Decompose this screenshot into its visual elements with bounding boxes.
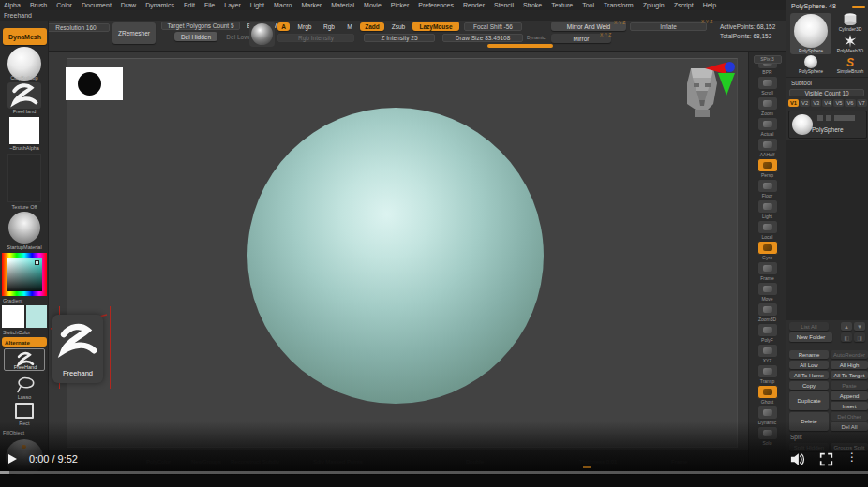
- brush-alpha-icon[interactable]: [9, 117, 39, 144]
- bottom-dim-label[interactable]: Thickness 0.01: [579, 459, 617, 465]
- rect-tool-icon[interactable]: [15, 403, 34, 419]
- right-shelf-item[interactable]: Ghost: [754, 385, 782, 405]
- bottom-dim-label[interactable]: NewGroups: [191, 459, 221, 465]
- move-up-button[interactable]: ▲: [841, 322, 852, 331]
- menu-item[interactable]: Alpha: [4, 2, 21, 8]
- all-high-button[interactable]: All High: [831, 361, 868, 369]
- focal-shift-slider[interactable]: Focal Shift -56: [464, 22, 522, 31]
- target-polygons-slider[interactable]: Target Polygons Count 5: [161, 22, 240, 30]
- alpha-a-swatch[interactable]: A: [277, 22, 290, 31]
- active-tool-thumbnail[interactable]: PolySphere: [790, 13, 831, 54]
- split-hidden-button[interactable]: Split Hidden: [789, 443, 829, 451]
- menu-item[interactable]: Document: [82, 2, 112, 8]
- zsub-button[interactable]: Zsub: [388, 22, 409, 31]
- menu-item[interactable]: Zplugin: [643, 2, 665, 8]
- right-shelf-item[interactable]: Scroll: [754, 76, 782, 96]
- subtool-version-tab[interactable]: V1: [788, 99, 799, 107]
- color-picker[interactable]: [2, 253, 47, 296]
- mrgb-button[interactable]: Mrgb: [293, 22, 316, 31]
- all-to-target-button[interactable]: All To Target: [831, 371, 868, 379]
- menu-item[interactable]: Dynamics: [145, 2, 174, 8]
- menu-item[interactable]: Tool: [582, 2, 594, 8]
- main-color-swatch[interactable]: [2, 305, 24, 328]
- menu-item[interactable]: Render: [463, 2, 485, 8]
- resolution-slider[interactable]: Resolution 160: [42, 23, 110, 32]
- volume-icon[interactable]: [790, 452, 805, 466]
- subtool-header[interactable]: Subtool: [791, 80, 812, 86]
- folder-icon-button[interactable]: ◧: [841, 332, 852, 342]
- move-down-button[interactable]: ▼: [854, 322, 865, 331]
- bottom-dim-label[interactable]: PolyColor: [146, 459, 171, 465]
- dynamesh-button[interactable]: DynaMesh: [3, 28, 47, 45]
- fullscreen-icon[interactable]: [819, 452, 833, 466]
- menu-item[interactable]: Movie: [364, 2, 382, 8]
- panel-mini-slider[interactable]: [852, 6, 865, 8]
- polysphere-mesh[interactable]: [247, 108, 544, 404]
- subtool-version-tab[interactable]: V5: [833, 99, 844, 107]
- paste-button[interactable]: Paste: [831, 381, 868, 390]
- mirror-weld-xyz[interactable]: X Y Z: [614, 20, 625, 25]
- menu-item[interactable]: Help: [703, 2, 716, 8]
- right-shelf-item[interactable]: XYZ: [754, 344, 782, 363]
- z-intensity-slider[interactable]: Z Intensity 25: [364, 34, 435, 42]
- play-button[interactable]: [8, 454, 17, 464]
- right-shelf-item[interactable]: Zoom3D: [754, 303, 782, 322]
- zremesher-button[interactable]: ZRemesher: [112, 22, 156, 44]
- del-hidden-button[interactable]: Del Hidden: [174, 32, 217, 41]
- menu-item[interactable]: Light: [250, 2, 264, 8]
- z-axis-dot-icon[interactable]: [725, 62, 735, 72]
- right-shelf-item[interactable]: Actual: [754, 117, 782, 137]
- menu-item[interactable]: Stroke: [523, 2, 542, 8]
- subtool-version-tab[interactable]: V2: [800, 99, 810, 107]
- menu-item[interactable]: Material: [331, 2, 354, 8]
- lazymouse-button[interactable]: LazyMouse: [412, 22, 459, 31]
- canvas[interactable]: Freehand: [49, 52, 748, 450]
- menu-item[interactable]: Picker: [391, 2, 409, 8]
- y-axis-arrow-icon[interactable]: [718, 73, 735, 96]
- right-shelf-item[interactable]: Local: [754, 220, 782, 240]
- split-section-header[interactable]: Split: [790, 434, 802, 440]
- subtool-version-tab[interactable]: V7: [857, 99, 867, 107]
- subtool-list-area[interactable]: [786, 140, 868, 320]
- inflate-slider[interactable]: Inflate: [630, 22, 707, 31]
- new-folder-button[interactable]: New Folder: [789, 332, 832, 342]
- append-button[interactable]: Append: [831, 391, 868, 400]
- all-to-home-button[interactable]: All To Home: [789, 371, 829, 379]
- menu-item[interactable]: Marker: [301, 2, 322, 8]
- subtool-row-icons[interactable]: [817, 115, 855, 121]
- draw-size-slider[interactable]: Draw Size 83.49108: [442, 34, 523, 42]
- more-options-icon[interactable]: ⋮: [846, 450, 858, 464]
- delete-button[interactable]: Delete: [789, 412, 829, 431]
- menu-item[interactable]: Color: [56, 2, 72, 8]
- current-material-well[interactable]: [249, 22, 275, 47]
- copy-button[interactable]: Copy: [789, 381, 829, 390]
- right-shelf-item[interactable]: Gyro: [754, 241, 782, 260]
- stroke-type-freehand[interactable]: FreeHand: [4, 348, 45, 371]
- subtool-version-tab[interactable]: V6: [845, 99, 855, 107]
- texture-off-icon[interactable]: [7, 154, 41, 202]
- right-shelf-item[interactable]: Transp: [754, 364, 782, 384]
- right-shelf-item[interactable]: Frame: [754, 261, 782, 281]
- visible-count-slider[interactable]: Visible Count 10: [789, 89, 864, 96]
- rgb-button[interactable]: Rgb: [320, 22, 338, 31]
- rgb-intensity-slider[interactable]: Rgb Intensity: [277, 34, 354, 42]
- del-all-button[interactable]: Del All: [831, 422, 868, 431]
- subtool-version-tab[interactable]: V4: [822, 99, 832, 107]
- right-shelf-item[interactable]: SPix 3: [754, 55, 782, 64]
- m-button[interactable]: M: [344, 22, 355, 31]
- bottom-dim-label[interactable]: Reconstruct Subdiv: [231, 459, 279, 465]
- menu-item[interactable]: Stencil: [494, 2, 514, 8]
- startup-material-icon[interactable]: [8, 212, 40, 244]
- del-other-button[interactable]: Del Other: [831, 412, 868, 421]
- insert-button[interactable]: Insert: [831, 402, 868, 410]
- menu-item[interactable]: Texture: [551, 2, 573, 8]
- right-shelf-item[interactable]: PolyF: [754, 323, 782, 343]
- bottom-dim-label[interactable]: Frame: [671, 459, 687, 465]
- menu-item[interactable]: Transform: [604, 2, 634, 8]
- inflate-xyz[interactable]: X Y Z: [701, 19, 712, 24]
- tool-thumbnail-cylinder[interactable]: Cylinder3D: [834, 13, 866, 33]
- bottom-dim-label[interactable]: Double: [466, 459, 484, 465]
- right-shelf-item[interactable]: AAHalf: [754, 138, 782, 157]
- tool-thumbnail-polymesh[interactable]: PolyMesh3D: [834, 35, 866, 54]
- all-low-button[interactable]: All Low: [789, 361, 829, 369]
